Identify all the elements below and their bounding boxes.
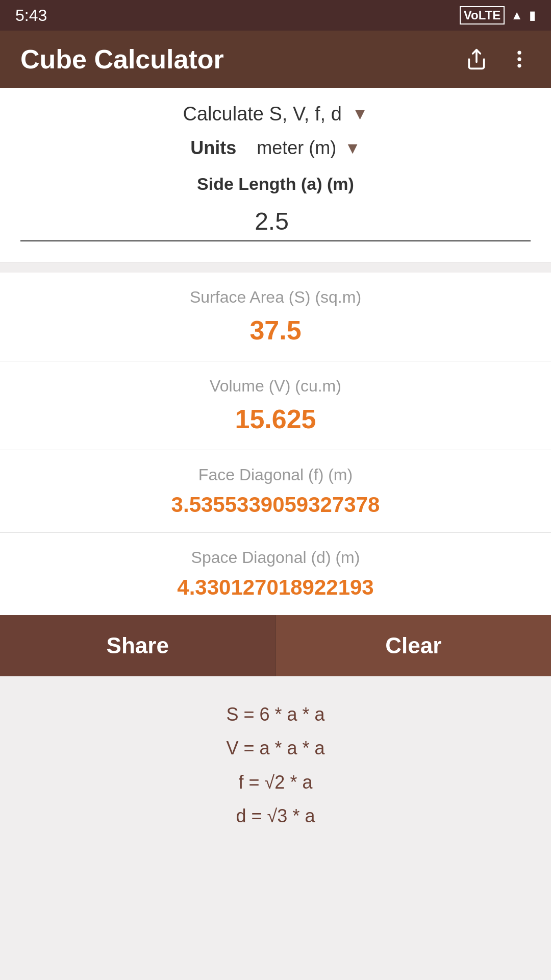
share-icon-button[interactable] xyxy=(465,48,488,70)
formula-space-diagonal: d = √3 * a xyxy=(20,803,531,829)
svg-point-3 xyxy=(517,64,521,67)
mode-dropdown-row: Calculate S, V, f, d ▼ xyxy=(20,103,531,125)
surface-area-section: Surface Area (S) (sq.m) 37.5 xyxy=(0,273,551,361)
mode-dropdown[interactable]: Calculate S, V, f, d ▼ xyxy=(183,103,368,125)
status-icons: VoLTE ▲ ▮ xyxy=(460,6,536,24)
surface-area-value: 37.5 xyxy=(20,315,531,346)
units-dropdown-arrow-icon: ▼ xyxy=(344,139,361,158)
more-menu-button[interactable] xyxy=(508,48,531,70)
volte-icon: VoLTE xyxy=(460,6,505,24)
space-diagonal-section: Space Diagonal (d) (m) 4.330127018922193 xyxy=(0,533,551,615)
input-card: Calculate S, V, f, d ▼ Units meter (m) ▼… xyxy=(0,88,551,262)
side-length-field-container xyxy=(20,202,531,241)
status-time: 5:43 xyxy=(15,6,47,25)
button-row: Share Clear xyxy=(0,615,551,676)
side-length-label: Side Length (a) (m) xyxy=(20,174,531,194)
space-diagonal-label: Space Diagonal (d) (m) xyxy=(20,548,531,567)
face-diagonal-section: Face Diagonal (f) (m) 3.5355339059327378 xyxy=(0,450,551,533)
results-card: Surface Area (S) (sq.m) 37.5 Volume (V) … xyxy=(0,273,551,615)
side-length-input[interactable] xyxy=(31,207,520,235)
app-title: Cube Calculator xyxy=(20,44,224,75)
space-diagonal-value: 4.330127018922193 xyxy=(20,575,531,600)
formula-surface-area: S = 6 * a * a xyxy=(20,702,531,727)
units-row: Units meter (m) ▼ xyxy=(20,137,531,159)
status-bar: 5:43 VoLTE ▲ ▮ xyxy=(0,0,551,31)
units-dropdown[interactable]: meter (m) ▼ xyxy=(257,137,361,159)
mode-dropdown-arrow-icon: ▼ xyxy=(352,105,368,124)
svg-point-2 xyxy=(517,57,521,61)
volume-value: 15.625 xyxy=(20,404,531,434)
battery-icon: ▮ xyxy=(529,8,536,22)
formulas-section: S = 6 * a * a V = a * a * a f = √2 * a d… xyxy=(0,676,551,863)
volume-section: Volume (V) (cu.m) 15.625 xyxy=(0,361,551,450)
app-bar-actions xyxy=(465,48,531,70)
units-label: Units xyxy=(190,137,236,159)
face-diagonal-value: 3.5355339059327378 xyxy=(20,493,531,517)
share-button[interactable]: Share xyxy=(0,615,276,676)
formula-volume: V = a * a * a xyxy=(20,736,531,761)
formula-face-diagonal: f = √2 * a xyxy=(20,770,531,795)
signal-icon: ▲ xyxy=(511,8,523,22)
app-bar: Cube Calculator xyxy=(0,31,551,88)
surface-area-label: Surface Area (S) (sq.m) xyxy=(20,288,531,307)
clear-button[interactable]: Clear xyxy=(276,615,552,676)
volume-label: Volume (V) (cu.m) xyxy=(20,377,531,396)
face-diagonal-label: Face Diagonal (f) (m) xyxy=(20,465,531,484)
units-value: meter (m) xyxy=(257,137,336,159)
mode-dropdown-label: Calculate S, V, f, d xyxy=(183,103,342,125)
svg-point-1 xyxy=(517,51,521,55)
